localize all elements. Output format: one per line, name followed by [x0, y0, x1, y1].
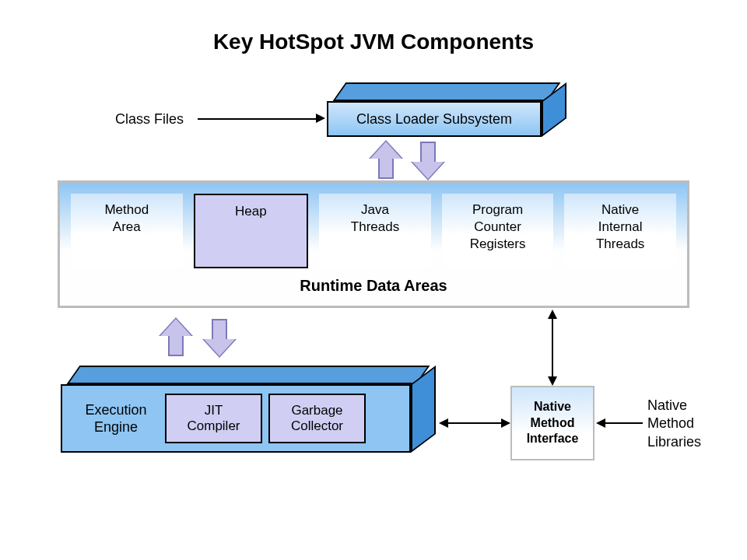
rda-cell-method-area: MethodArea: [71, 194, 183, 268]
rda-cell-native-internal-threads: NativeInternalThreads: [564, 194, 676, 268]
arrowhead-down-icon: [548, 376, 557, 386]
rda-cell-java-threads: JavaThreads: [319, 194, 431, 268]
arrow-classfiles-to-classloader: [198, 118, 316, 120]
jit-compiler-box: JITCompiler: [165, 394, 262, 443]
class-loader-label: Class Loader Subsystem: [356, 111, 512, 128]
native-method-interface-box: NativeMethodInterface: [510, 386, 594, 460]
arrowhead-right-icon: [501, 418, 510, 428]
runtime-data-areas-cells: MethodArea Heap JavaThreads ProgramCount…: [71, 194, 676, 268]
diagram-title: Key HotSpot JVM Components: [0, 30, 747, 54]
arrow-exec-nmi: [448, 422, 501, 424]
arrowhead-left-icon: [596, 418, 605, 428]
rda-cell-heap: Heap: [194, 194, 309, 268]
garbage-collector-box: GarbageCollector: [268, 394, 366, 443]
block-arrow-up-icon: [370, 142, 402, 179]
rda-cell-program-counter-registers: ProgramCounterRegisters: [442, 194, 554, 268]
native-method-interface-label: NativeMethodInterface: [527, 399, 579, 447]
block-arrow-down-icon: [204, 319, 235, 356]
arrowhead-left-icon: [439, 418, 448, 428]
block-arrow-up-icon: [160, 319, 191, 356]
arrowhead-right-icon: [316, 114, 325, 123]
runtime-data-areas-title: Runtime Data Areas: [60, 277, 687, 295]
execution-engine-label: ExecutionEngine: [73, 401, 159, 436]
class-files-label: Class Files: [115, 110, 184, 128]
block-arrow-down-icon: [412, 142, 444, 179]
runtime-data-areas-panel: MethodArea Heap JavaThreads ProgramCount…: [58, 180, 689, 308]
native-method-libraries-label: NativeMethodLibraries: [647, 397, 701, 451]
arrow-libraries-to-nmi: [605, 422, 643, 424]
arrow-rda-nmi: [552, 317, 553, 378]
